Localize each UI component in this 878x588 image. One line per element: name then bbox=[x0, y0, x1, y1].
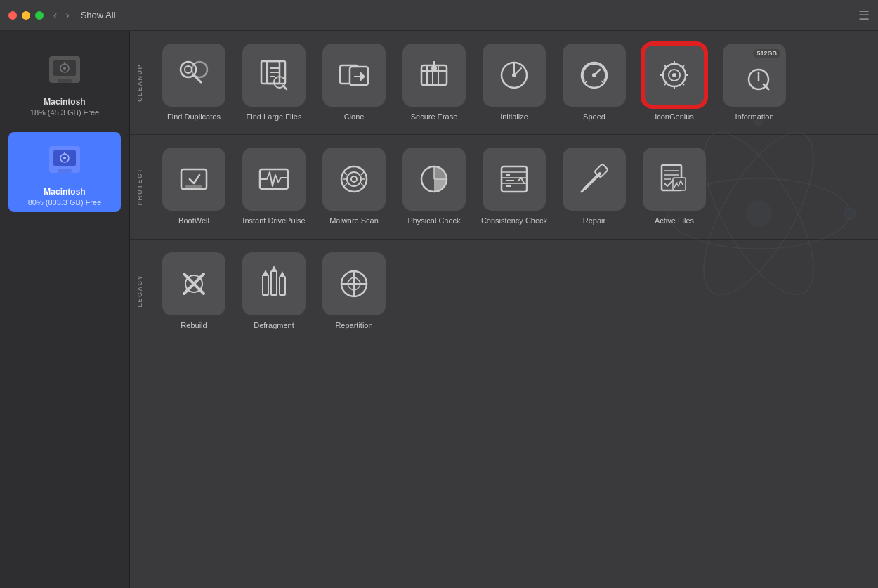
repartition-label: Repartition bbox=[335, 320, 372, 330]
svg-line-52 bbox=[664, 65, 667, 67]
tool-repartition[interactable]: Repartition bbox=[315, 248, 393, 334]
device-free-2: 80% (803.3 GB) Free bbox=[28, 198, 102, 207]
svg-line-45 bbox=[601, 81, 603, 83]
clone-icon bbox=[334, 55, 374, 95]
find-duplicates-icon bbox=[174, 55, 214, 95]
find-duplicates-label: Find Duplicates bbox=[167, 112, 221, 122]
find-duplicates-icon-wrap bbox=[162, 44, 225, 107]
device-icon-2 bbox=[42, 138, 87, 183]
tool-malware-scan[interactable]: Malware Scan bbox=[315, 143, 393, 230]
tool-find-large-files[interactable]: Find Large Files bbox=[235, 39, 313, 126]
svg-line-82 bbox=[582, 189, 584, 192]
tool-speed[interactable]: Speed bbox=[556, 39, 633, 126]
malware-scan-icon bbox=[334, 159, 374, 199]
menu-icon[interactable]: ☰ bbox=[858, 8, 870, 23]
instant-drivepulse-icon-wrap bbox=[242, 148, 306, 211]
rebuild-icon bbox=[174, 264, 214, 303]
svg-line-54 bbox=[682, 65, 684, 67]
svg-line-66 bbox=[344, 172, 347, 175]
traffic-lights bbox=[8, 11, 44, 20]
tool-icon-genius[interactable]: IconGenius bbox=[636, 39, 713, 126]
svg-line-44 bbox=[585, 81, 587, 83]
device-item-1[interactable]: Macintosh 18% (45.3 GB) Free bbox=[8, 42, 121, 122]
forward-button[interactable]: › bbox=[63, 8, 72, 23]
initialize-label: Initialize bbox=[500, 112, 528, 122]
svg-line-55 bbox=[664, 83, 667, 85]
svg-point-60 bbox=[758, 72, 760, 74]
instant-drivepulse-label: Instant DrivePulse bbox=[242, 216, 305, 226]
svg-line-71 bbox=[361, 183, 364, 186]
tool-instant-drivepulse[interactable]: Instant DrivePulse bbox=[235, 143, 313, 230]
tool-initialize[interactable]: Initialize bbox=[476, 39, 553, 126]
tool-repair[interactable]: Repair bbox=[556, 143, 633, 230]
initialize-icon bbox=[494, 55, 534, 95]
svg-point-43 bbox=[592, 73, 596, 77]
malware-scan-label: Malware Scan bbox=[329, 216, 379, 226]
nav-arrows: ‹ › bbox=[51, 8, 72, 23]
main-layout: Macintosh 18% (45.3 GB) Free Macintosh 8… bbox=[0, 31, 878, 588]
cleanup-label: CLEANUP bbox=[136, 64, 143, 102]
titlebar: ‹ › Show All ☰ bbox=[0, 0, 878, 31]
close-button[interactable] bbox=[8, 11, 17, 20]
tool-rebuild[interactable]: Rebuild bbox=[155, 248, 232, 334]
svg-line-68 bbox=[344, 183, 347, 186]
protect-section: PROTECT BootWell bbox=[130, 135, 878, 239]
device-free-1: 18% (45.3 GB) Free bbox=[30, 108, 99, 117]
defragment-icon-wrap bbox=[242, 252, 306, 315]
repair-label: Repair bbox=[583, 216, 605, 226]
svg-marker-92 bbox=[263, 270, 268, 275]
tool-information[interactable]: 512GB Information bbox=[716, 39, 793, 126]
defragment-label: Defragment bbox=[254, 320, 294, 330]
protect-label-wrap: PROTECT bbox=[130, 135, 150, 238]
consistency-check-icon-wrap bbox=[483, 148, 546, 211]
icon-genius-icon bbox=[655, 55, 694, 95]
legacy-label: LEGACY bbox=[136, 275, 143, 308]
svg-rect-95 bbox=[280, 277, 285, 295]
information-label: Information bbox=[735, 112, 773, 122]
physical-check-label: Physical Check bbox=[407, 216, 460, 226]
svg-rect-2 bbox=[58, 79, 72, 83]
cleanup-section: CLEANUP Find Duplicates bbox=[130, 31, 878, 135]
svg-marker-96 bbox=[280, 271, 285, 277]
device-name-1: Macintosh bbox=[44, 97, 85, 107]
device-item-2[interactable]: Macintosh 80% (803.3 GB) Free bbox=[8, 132, 121, 212]
speed-icon bbox=[575, 55, 614, 95]
svg-marker-94 bbox=[271, 266, 277, 271]
bootwell-label: BootWell bbox=[178, 216, 209, 226]
tool-active-files[interactable]: Active Files bbox=[636, 143, 713, 230]
back-button[interactable]: ‹ bbox=[51, 8, 60, 23]
repair-icon-wrap bbox=[563, 148, 626, 211]
find-large-files-icon bbox=[254, 55, 294, 95]
rebuild-icon-wrap bbox=[162, 252, 225, 315]
tool-physical-check[interactable]: Physical Check bbox=[395, 143, 473, 230]
physical-check-icon-wrap bbox=[402, 148, 466, 211]
protect-items: BootWell Instant DrivePulse bbox=[150, 135, 878, 238]
minimize-button[interactable] bbox=[22, 11, 30, 20]
svg-point-40 bbox=[512, 73, 516, 77]
tool-bootwell[interactable]: BootWell bbox=[155, 143, 232, 230]
sidebar: Macintosh 18% (45.3 GB) Free Macintosh 8… bbox=[0, 31, 130, 588]
fullscreen-button[interactable] bbox=[35, 11, 44, 20]
device-icon-1 bbox=[42, 48, 87, 93]
find-large-files-icon-wrap bbox=[242, 44, 306, 107]
secure-erase-icon bbox=[414, 55, 454, 95]
icon-genius-label: IconGenius bbox=[655, 112, 694, 122]
find-large-files-label: Find Large Files bbox=[247, 112, 302, 122]
secure-erase-label: Secure Erase bbox=[411, 112, 458, 122]
rebuild-label: Rebuild bbox=[181, 320, 207, 330]
icon-genius-icon-wrap bbox=[643, 44, 706, 107]
tool-find-duplicates[interactable]: Find Duplicates bbox=[155, 39, 232, 126]
bootwell-icon bbox=[174, 159, 214, 199]
svg-point-10 bbox=[63, 157, 66, 159]
tool-clone[interactable]: Clone bbox=[315, 39, 393, 126]
consistency-check-icon bbox=[494, 159, 534, 199]
clone-label: Clone bbox=[344, 112, 365, 122]
svg-point-72 bbox=[351, 176, 357, 182]
tool-secure-erase[interactable]: Secure Erase bbox=[395, 39, 473, 126]
information-icon bbox=[735, 55, 774, 95]
svg-point-19 bbox=[185, 66, 192, 73]
svg-rect-76 bbox=[502, 166, 527, 192]
initialize-icon-wrap bbox=[483, 44, 546, 107]
tool-consistency-check[interactable]: Consistency Check bbox=[476, 143, 553, 230]
tool-defragment[interactable]: Defragment bbox=[235, 248, 313, 334]
